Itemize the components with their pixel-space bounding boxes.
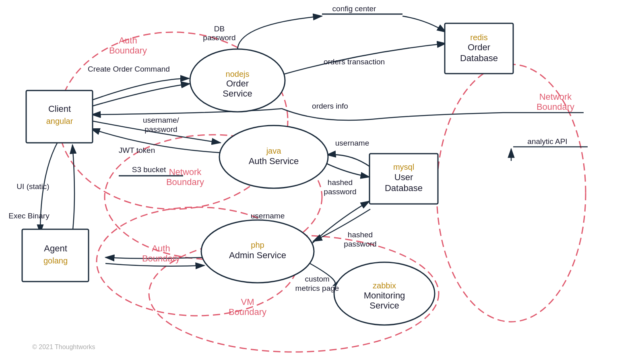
- label-auth-boundary-top2: Boundary: [109, 45, 147, 56]
- label-auth-boundary-bottom2: Boundary: [142, 253, 180, 263]
- edge-auth-userdb: [325, 163, 369, 177]
- auth-service-tech: java: [266, 146, 282, 155]
- label-network-boundary-right1: Network: [539, 92, 572, 102]
- label-custom-metrics1: custom: [305, 275, 329, 283]
- label-ui-static: UI (static): [17, 182, 49, 191]
- label-vm-boundary2: Boundary: [229, 307, 266, 317]
- client-tech: angular: [46, 117, 73, 125]
- order-service-tech: nodejs: [226, 70, 250, 78]
- label-db-password2: password: [203, 33, 235, 42]
- user-db-label2: Database: [385, 183, 423, 193]
- order-db-label2: Database: [460, 53, 498, 63]
- monitoring-label1: Monitoring: [364, 290, 405, 300]
- edge-userdb-auth: [327, 154, 370, 167]
- edge-config-orderdb: [402, 16, 446, 32]
- label-username-admin: username: [251, 212, 285, 220]
- label-hashed-password2b: password: [344, 240, 376, 248]
- edge-agent-admin: [105, 263, 204, 266]
- order-service-label2: Service: [223, 88, 252, 99]
- order-db-label1: Order: [468, 42, 490, 52]
- user-db-label1: User: [394, 172, 413, 182]
- edge-client-order: [91, 78, 189, 101]
- monitoring-tech: zabbix: [373, 281, 396, 290]
- admin-service-tech: php: [251, 241, 264, 249]
- label-orders-transaction: orders transaction: [324, 58, 385, 66]
- label-network-boundary-mid1: Network: [169, 167, 202, 177]
- client-label: Client: [48, 104, 71, 114]
- label-auth-boundary-bottom1: Auth: [152, 243, 170, 253]
- label-auth-boundary-top1: Auth: [119, 35, 137, 45]
- label-vm-boundary1: VM: [241, 297, 254, 307]
- label-network-boundary-right2: Boundary: [537, 102, 574, 112]
- label-config-center: config center: [332, 4, 376, 13]
- user-db-tech: mysql: [393, 162, 414, 171]
- label-exec-binary: Exec Binary: [8, 212, 50, 220]
- label-jwt-token: JWT token: [119, 146, 155, 154]
- admin-service-label: Admin Service: [229, 250, 286, 260]
- label-username-password1: username/: [143, 116, 179, 124]
- label-analytic-api: analytic API: [527, 137, 567, 146]
- label-create-order: Create Order Command: [88, 65, 170, 73]
- copyright-text: © 2021 Thoughtworks: [32, 343, 95, 350]
- label-network-boundary-mid2: Boundary: [166, 177, 204, 187]
- label-hashed-password1b: password: [324, 187, 356, 196]
- architecture-diagram: Client angular Agent golang nodejs Order…: [0, 0, 644, 362]
- label-orders-info: orders info: [312, 102, 348, 110]
- label-username-password2: password: [144, 125, 177, 134]
- diagram-container: Client angular Agent golang nodejs Order…: [0, 0, 644, 362]
- agent-tech: golang: [43, 256, 68, 265]
- edge-agent-client: [72, 145, 74, 233]
- label-hashed-password1a: hashed: [328, 178, 353, 187]
- agent-label: Agent: [44, 243, 67, 253]
- edge-order-config: [237, 16, 322, 50]
- order-db-tech: redis: [470, 33, 487, 42]
- auth-service-label: Auth Service: [249, 156, 299, 166]
- label-hashed-password2a: hashed: [348, 230, 373, 239]
- agent-node: [22, 229, 89, 282]
- label-db-password1: DB: [214, 25, 225, 33]
- label-username-auth: username: [335, 139, 369, 147]
- order-service-label1: Order: [226, 78, 249, 88]
- label-s3-bucket: S3 bucket: [132, 165, 166, 174]
- label-custom-metrics2: metrics page: [295, 284, 339, 292]
- monitoring-label2: Service: [369, 300, 399, 311]
